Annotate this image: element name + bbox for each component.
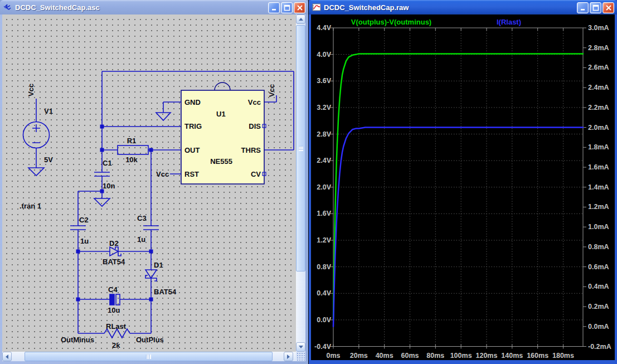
r1-value[interactable]: 10k	[125, 156, 138, 164]
y-right-tick-label[interactable]: 2.8mA	[588, 44, 609, 52]
maximize-icon	[284, 4, 290, 11]
capacitor-c3[interactable]	[143, 226, 159, 230]
minimize-button[interactable]	[268, 2, 280, 13]
c1-name[interactable]: C1	[103, 159, 112, 167]
y-right-tick-label[interactable]: 1.2mA	[588, 203, 609, 211]
window-title: DCDC_SwitchedCap.raw	[324, 3, 409, 12]
y-right-tick-label[interactable]: 2.2mA	[588, 104, 609, 111]
y-right-tick-label[interactable]: 1.6mA	[588, 163, 609, 171]
net-label-vcc-ic[interactable]: Vcc	[268, 84, 276, 97]
schematic-titlebar[interactable]: DCDC_SwitchedCap.asc	[0, 0, 308, 14]
right-arrow-icon	[287, 355, 290, 359]
y-left-tick-label[interactable]: 2.8V	[317, 130, 331, 138]
y-right-tick-label[interactable]: 2.6mA	[588, 64, 609, 71]
maximize-button[interactable]	[590, 2, 601, 13]
pin-dis: DIS	[249, 122, 261, 130]
maximize-button[interactable]	[281, 2, 293, 13]
d1-value[interactable]: BAT54	[154, 288, 177, 296]
y-left-tick-label[interactable]: 0.0V	[317, 316, 331, 324]
pin-thrs: THRS	[241, 146, 261, 154]
y-right-tick-label[interactable]: 1.8mA	[588, 143, 609, 151]
y-left-tick-label[interactable]: 4.0V	[317, 51, 331, 59]
close-button[interactable]	[603, 2, 614, 13]
resize-grip[interactable]	[296, 352, 305, 361]
net-label-vcc-source[interactable]: Vcc	[27, 84, 35, 96]
scroll-up-button[interactable]	[296, 14, 305, 24]
net-label-outplus[interactable]: OutPlus	[136, 336, 164, 344]
y-left-tick-label[interactable]: 3.6V	[317, 77, 331, 85]
c2-value[interactable]: 1u	[80, 237, 89, 245]
y-left-tick-label[interactable]: 0.8V	[317, 263, 331, 271]
y-right-tick-label[interactable]: 0.0mA	[588, 323, 609, 331]
minimize-button[interactable]	[577, 2, 589, 13]
c1-value[interactable]: 10n	[103, 182, 115, 190]
rlast-name[interactable]: RLast	[106, 322, 127, 331]
net-label-outminus[interactable]: OutMinus	[61, 336, 94, 344]
x-axis-tick-label[interactable]: 60ms	[401, 352, 419, 360]
r1-name[interactable]: R1	[127, 137, 137, 145]
resistor-r1[interactable]	[118, 145, 148, 154]
x-axis-tick-label[interactable]: 20ms	[350, 352, 368, 360]
x-axis-tick-label[interactable]: 0ms	[326, 352, 340, 360]
ltspice-schematic-icon	[3, 3, 12, 12]
x-axis-tick-label[interactable]: 160ms	[527, 352, 548, 360]
voltage-source-v1[interactable]	[23, 122, 50, 148]
v1-value[interactable]: 5V	[44, 156, 53, 164]
c3-name[interactable]: C3	[137, 214, 147, 222]
v1-name[interactable]: V1	[44, 107, 53, 115]
spice-directive[interactable]: .tran 1	[20, 202, 41, 210]
ground-symbol-gnd-pin	[156, 113, 171, 120]
d2-name[interactable]: D2	[109, 239, 119, 247]
y-right-tick-label[interactable]: 1.4mA	[588, 183, 609, 191]
d1-name[interactable]: D1	[154, 261, 163, 269]
rlast-value[interactable]: 2k	[112, 341, 120, 350]
capacitor-c4[interactable]	[110, 294, 120, 305]
y-right-tick-label[interactable]: 1.0mA	[588, 223, 609, 231]
capacitor-c2[interactable]	[70, 226, 86, 230]
legend-trace-current[interactable]: I(Rlast)	[497, 18, 521, 26]
x-axis-tick-label[interactable]: 180ms	[552, 352, 574, 360]
horizontal-scrollbar-thumb[interactable]	[25, 352, 273, 361]
y-right-tick-label[interactable]: 0.2mA	[588, 303, 609, 310]
y-left-tick-label[interactable]: 2.4V	[317, 157, 331, 164]
y-left-tick-label[interactable]: 3.2V	[317, 104, 331, 111]
ic-designator[interactable]: U1	[216, 110, 226, 118]
scroll-left-button[interactable]	[2, 352, 12, 361]
y-right-tick-label[interactable]: 3.0mA	[588, 24, 609, 32]
c3-value[interactable]: 1u	[137, 235, 145, 244]
c2-name[interactable]: C2	[79, 216, 89, 224]
waveform-plot-area[interactable]: 0ms20ms40ms60ms80ms100ms120ms140ms160ms1…	[311, 14, 615, 360]
capacitor-c1[interactable]	[94, 172, 110, 176]
y-left-tick-label[interactable]: 4.4V	[317, 24, 331, 32]
vertical-scrollbar-thumb[interactable]	[296, 25, 305, 271]
scroll-down-button[interactable]	[296, 342, 305, 352]
scroll-right-button[interactable]	[284, 352, 293, 361]
schematic-canvas[interactable]: Vcc V1 5V .tran 1 R1 10k C1 10n C2 1u C3…	[2, 14, 296, 352]
waveform-titlebar[interactable]: DCDC_SwitchedCap.raw	[309, 0, 617, 14]
y-right-tick-label[interactable]: 0.6mA	[588, 263, 609, 271]
close-button[interactable]	[294, 2, 305, 13]
d2-value[interactable]: BAT54	[103, 258, 125, 266]
c4-value[interactable]: 10u	[108, 306, 120, 314]
x-axis-tick-label[interactable]: 120ms	[476, 352, 498, 360]
y-right-tick-label[interactable]: 2.0mA	[588, 124, 609, 132]
y-right-tick-label[interactable]: 2.4mA	[588, 84, 609, 91]
y-left-tick-label[interactable]: 0.4V	[317, 289, 331, 297]
legend-trace-voltage[interactable]: V(outplus)-V(outminus)	[351, 18, 431, 26]
net-label-vcc-rst[interactable]: Vcc	[156, 170, 169, 178]
y-left-tick-label[interactable]: -0.4V	[314, 343, 332, 351]
x-axis-tick-label[interactable]: 80ms	[426, 352, 444, 360]
y-left-tick-label[interactable]: 1.2V	[317, 236, 331, 244]
y-right-tick-label[interactable]: -0.2mA	[588, 343, 611, 351]
y-left-tick-label[interactable]: 1.6V	[317, 210, 331, 217]
y-right-tick-label[interactable]: 0.8mA	[588, 243, 609, 251]
y-left-tick-label[interactable]: 2.0V	[317, 183, 331, 191]
left-arrow-icon	[6, 355, 8, 359]
y-right-tick-label[interactable]: 0.4mA	[588, 283, 609, 290]
c4-name[interactable]: C4	[108, 285, 118, 294]
x-axis-tick-label[interactable]: 140ms	[501, 352, 523, 360]
pin-vcc: Vcc	[248, 98, 261, 106]
x-axis-tick-label[interactable]: 100ms	[450, 352, 472, 360]
x-axis-tick-label[interactable]: 40ms	[376, 352, 393, 360]
ic-part-number[interactable]: NE555	[210, 157, 232, 166]
